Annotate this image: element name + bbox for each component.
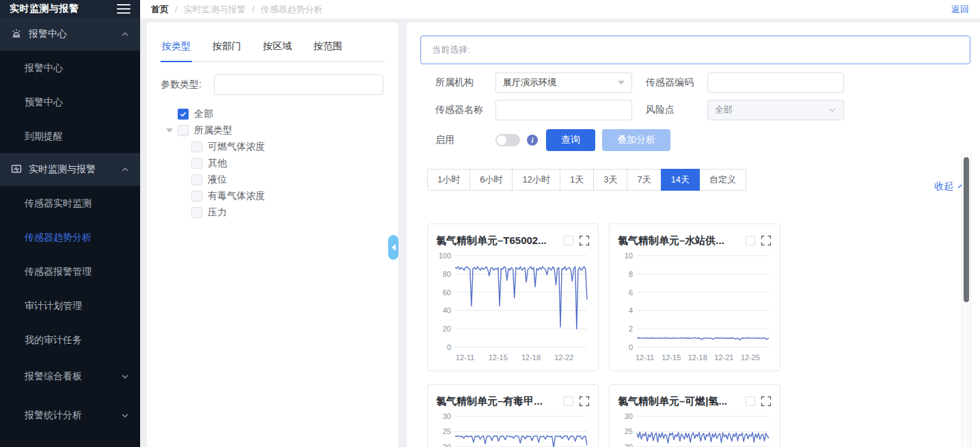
svg-text:12-15: 12-15: [662, 353, 681, 362]
checkbox-unchecked[interactable]: [191, 141, 202, 152]
tree-node-pressure[interactable]: 压力: [161, 204, 385, 221]
tab-by-area[interactable]: 按区域: [262, 36, 293, 61]
chart-card-title: 氯气精制单元–可燃|氢...: [618, 395, 740, 408]
fullscreen-icon[interactable]: [579, 396, 590, 407]
sidebar-group-realtime-monitoring[interactable]: 实时监测与报警: [0, 153, 140, 186]
enable-label: 启用: [435, 134, 495, 146]
card-checkbox[interactable]: [564, 236, 573, 245]
sensor-code-input[interactable]: [707, 72, 844, 93]
sidebar-group-alarm-center[interactable]: 报警中心: [0, 18, 140, 51]
sidebar-item-sensor-trend[interactable]: 传感器趋势分析: [0, 220, 140, 254]
time-range-14d[interactable]: 14天: [661, 169, 700, 191]
query-form: 所属机构 展厅演示环境 传感器编码 传感器名称 风险点 全部 启用 i 查询 叠…: [435, 72, 970, 150]
sidebar-group-alarm-statistics[interactable]: 报警统计分析: [0, 398, 140, 433]
fullscreen-icon[interactable]: [761, 396, 772, 407]
sidebar-item-sensor-alarm-mgmt[interactable]: 传感器报警管理: [0, 254, 140, 288]
sidebar-item-warning-center[interactable]: 预警中心: [0, 85, 140, 119]
type-tree: 全部 所属类型 可燃气体浓度 其他 液位 有毒气体浓度 压力: [161, 106, 385, 221]
hamburger-icon[interactable]: [117, 4, 131, 14]
app-title: 实时监测与报警: [10, 3, 117, 15]
info-icon[interactable]: i: [527, 135, 538, 146]
fullscreen-icon[interactable]: [761, 235, 772, 246]
checkbox-unchecked[interactable]: [191, 191, 202, 202]
tree-node-parent-type[interactable]: 所属类型: [161, 122, 385, 139]
tree-node-other[interactable]: 其他: [161, 155, 385, 172]
sidebar-submenu: 传感器实时监测 传感器趋势分析 传感器报警管理 审计计划管理 我的审计任务 报警…: [0, 186, 140, 433]
tree-node-liquid-level[interactable]: 液位: [161, 172, 385, 188]
tree-node-all[interactable]: 全部: [161, 106, 385, 122]
breadcrumb-level2: 实时监测与报警: [184, 3, 246, 16]
search-button[interactable]: 查询: [546, 129, 595, 151]
tab-by-range[interactable]: 按范围: [312, 36, 344, 61]
tree-node-flammable-gas[interactable]: 可燃气体浓度: [161, 139, 385, 155]
org-select[interactable]: 展厅演示环境: [495, 72, 632, 93]
collapse-link[interactable]: 收起: [934, 180, 965, 193]
sidebar-item-expiry-reminder[interactable]: 到期提醒: [0, 119, 140, 153]
svg-text:25: 25: [443, 427, 451, 435]
breadcrumb-home[interactable]: 首页: [151, 3, 169, 16]
chevron-up-icon: [121, 165, 129, 174]
param-type-input[interactable]: [214, 74, 383, 95]
chart-card: 氯气精制单元–可燃|氢... 05101520253012-1112-1512-…: [609, 384, 780, 447]
svg-text:12-25: 12-25: [741, 353, 760, 362]
svg-text:12-18: 12-18: [688, 353, 707, 362]
sidebar-item-alarm-center[interactable]: 报警中心: [0, 51, 140, 85]
tab-by-department[interactable]: 按部门: [211, 36, 243, 61]
checkbox-unchecked[interactable]: [191, 207, 202, 218]
svg-text:0: 0: [447, 343, 451, 351]
fullscreen-icon[interactable]: [579, 235, 590, 246]
svg-text:12-22: 12-22: [554, 353, 573, 362]
risk-point-select[interactable]: 全部: [707, 100, 844, 120]
tree-expand-caret[interactable]: [166, 128, 173, 133]
card-checkbox[interactable]: [746, 236, 755, 245]
checkbox-unchecked[interactable]: [178, 125, 189, 136]
checkbox-unchecked[interactable]: [191, 174, 202, 185]
overlay-analysis-button[interactable]: 叠加分析: [602, 129, 670, 151]
svg-text:2: 2: [629, 325, 633, 333]
line-chart: 024681012-1112-1512-1812-2112-25: [618, 250, 772, 365]
tree-node-toxic-gas[interactable]: 有毒气体浓度: [161, 188, 385, 204]
chart-card: 氯气精制单元–T65002... 02040608010012-1112-151…: [427, 224, 599, 371]
back-link[interactable]: 返回: [951, 3, 969, 16]
time-range-12h[interactable]: 12小时: [512, 169, 560, 191]
sidebar-item-my-audit-tasks[interactable]: 我的审计任务: [0, 323, 140, 357]
time-range-group: 1小时 6小时 12小时 1天 3天 7天 14天 自定义: [427, 169, 746, 191]
scrollbar-thumb[interactable]: [964, 157, 969, 302]
svg-text:0: 0: [629, 343, 633, 351]
chart-card-title: 氯气精制单元–水站供...: [618, 234, 740, 247]
chevron-down-icon: [828, 106, 836, 114]
sidebar-header: 实时监测与报警: [0, 0, 140, 18]
sensor-name-input[interactable]: [495, 100, 632, 120]
svg-text:8: 8: [629, 270, 633, 278]
time-range-1d[interactable]: 1天: [560, 169, 594, 191]
time-range-3d[interactable]: 3天: [593, 169, 627, 191]
svg-text:25: 25: [625, 427, 633, 435]
alarm-icon: [11, 28, 22, 41]
sensor-code-label: 传感器编码: [646, 77, 707, 89]
current-selection-label: 当前选择:: [432, 44, 470, 56]
sidebar-submenu: 报警中心 预警中心 到期提醒: [0, 51, 140, 153]
panel-collapse-handle[interactable]: [388, 235, 398, 260]
checkbox-unchecked[interactable]: [191, 158, 202, 169]
sidebar-item-sensor-realtime[interactable]: 传感器实时监测: [0, 186, 140, 220]
sidebar-group-alarm-dashboard[interactable]: 报警综合看板: [0, 360, 140, 394]
card-checkbox[interactable]: [564, 396, 573, 406]
tab-by-type[interactable]: 按类型: [161, 36, 192, 61]
chevron-down-icon: [618, 81, 625, 85]
sidebar-item-audit-plan[interactable]: 审计计划管理: [0, 288, 140, 323]
chart-card-title: 氯气精制单元–有毒甲...: [436, 395, 558, 408]
time-range-6h[interactable]: 6小时: [469, 169, 513, 191]
card-checkbox[interactable]: [746, 396, 755, 406]
checkbox-checked[interactable]: [178, 109, 189, 120]
param-type-label: 参数类型:: [161, 79, 214, 91]
time-range-7d[interactable]: 7天: [627, 169, 661, 191]
sidebar: 实时监测与报警 报警中心 报警中心 预警中心 到期提醒 实时监测与报警 传感器实…: [0, 0, 140, 447]
sidebar-group-label: 报警中心: [29, 28, 114, 40]
svg-text:12-18: 12-18: [521, 353, 541, 362]
org-label: 所属机构: [435, 77, 495, 89]
time-range-1h[interactable]: 1小时: [427, 169, 470, 191]
line-chart: 02040608010012-1112-1512-1812-22: [436, 250, 590, 365]
time-range-custom[interactable]: 自定义: [699, 169, 746, 191]
line-chart: 05101520253012-1112-1512-1812-2112-25: [618, 411, 772, 447]
enable-toggle[interactable]: [495, 134, 520, 146]
